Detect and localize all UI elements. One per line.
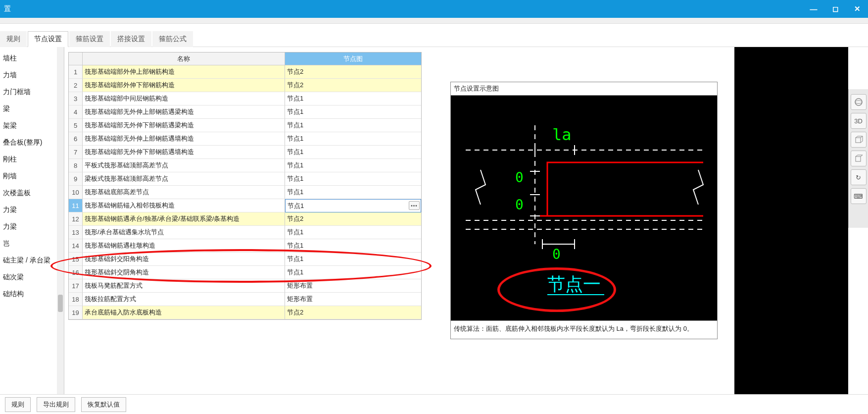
row-index: 18 (69, 293, 83, 306)
row-name[interactable]: 筏形基础端部无外伸上部钢筋遇墙构造 (83, 132, 285, 146)
row-node-value[interactable]: 节点1 (285, 253, 421, 266)
sidebar-item-7[interactable]: 刚墙 (0, 168, 64, 185)
row-node-value[interactable]: 节点1 (285, 159, 421, 172)
row-name[interactable]: 筏形基础端部无外伸下部钢筋遇墙构造 (83, 146, 285, 159)
row-name[interactable]: 筏形基础端部无外伸下部钢筋遇梁构造 (83, 119, 285, 132)
tab-stirrup-settings[interactable]: 箍筋设置 (69, 31, 110, 47)
footer-btn-export[interactable]: 导出规则 (37, 397, 75, 412)
sidebar-item-0[interactable]: 墙柱 (0, 50, 64, 67)
sidebar-item-5[interactable]: 叠合板(整厚) (0, 134, 64, 151)
grid-row-9[interactable]: 9梁板式筏形基础顶部高差节点节点1 (69, 172, 421, 186)
row-node-value[interactable]: 节点2 (285, 212, 421, 226)
row-index: 9 (69, 172, 83, 186)
sidebar-item-11[interactable]: 岂 (0, 235, 64, 252)
row-node-value[interactable]: 矩形布置 (285, 279, 421, 293)
tool-icon-rotate[interactable]: ↻ (851, 169, 867, 185)
row-node-value[interactable]: 节点1 (285, 172, 421, 186)
sidebar-item-8[interactable]: 次楼盖板 (0, 185, 64, 202)
row-name[interactable]: 筏形基础钢筋锚入相邻筏板构造 (83, 199, 285, 212)
row-name[interactable]: 梁板式筏形基础顶部高差节点 (83, 172, 285, 186)
sidebar-item-12[interactable]: 础主梁 / 承台梁 (0, 252, 64, 269)
row-name[interactable]: 筏形基础斜交阳角构造 (83, 253, 285, 266)
row-node-value[interactable]: 节点1 (285, 146, 421, 159)
sidebar-item-3[interactable]: 梁 (0, 101, 64, 117)
grid-row-6[interactable]: 6筏形基础端部无外伸上部钢筋遇墙构造节点1 (69, 132, 421, 146)
tool-icon-cube2[interactable] (851, 151, 867, 166)
close-button[interactable]: ✕ (846, 0, 868, 18)
row-name[interactable]: 筏形基础端部无外伸上部钢筋遇梁构造 (83, 105, 285, 119)
row-name[interactable]: 筏形基础底部高差节点 (83, 186, 285, 199)
grid-row-7[interactable]: 7筏形基础端部无外伸下部钢筋遇墙构造节点1 (69, 146, 421, 159)
row-name[interactable]: 筏形基础端部外伸上部钢筋构造 (83, 65, 285, 79)
grid-row-10[interactable]: 10筏形基础底部高差节点节点1 (69, 186, 421, 199)
grid-row-1[interactable]: 1筏形基础端部外伸上部钢筋构造节点2 (69, 65, 421, 79)
row-node-value[interactable]: 节点1 (285, 239, 421, 253)
sidebar-scroll-thumb[interactable] (58, 295, 63, 312)
row-node-value[interactable]: 节点1 (285, 266, 421, 279)
sidebar-item-2[interactable]: 力门框墙 (0, 84, 64, 101)
row-name[interactable]: 筏形基础端部外伸下部钢筋构造 (83, 79, 285, 92)
sidebar-item-4[interactable]: 架梁 (0, 117, 64, 134)
maximize-button[interactable]: ◻ (824, 0, 846, 18)
grid-row-4[interactable]: 4筏形基础端部无外伸上部钢筋遇梁构造节点1 (69, 105, 421, 119)
tab-rules[interactable]: 规则 (0, 31, 27, 47)
tool-icon-sphere[interactable] (851, 94, 867, 110)
row-name[interactable]: 筏形基础端部中间层钢筋构造 (83, 92, 285, 105)
cell-picker-button[interactable]: ••• (409, 201, 420, 210)
center-panel: 名称 节点图 1筏形基础端部外伸上部钢筋构造节点22筏形基础端部外伸下部钢筋构造… (64, 47, 426, 398)
footer-btn-restore-defaults[interactable]: 恢复默认值 (81, 397, 126, 412)
row-node-value[interactable]: 节点1 (285, 226, 421, 239)
row-node-value[interactable]: 矩形布置 (285, 293, 421, 306)
tool-icon-cube1[interactable] (851, 132, 867, 148)
grid-row-18[interactable]: 18筏板拉筋配置方式矩形布置 (69, 293, 421, 306)
row-node-value[interactable]: 节点2 (285, 306, 421, 319)
row-node-value[interactable]: 节点1 (285, 92, 421, 105)
svg-rect-23 (856, 156, 861, 161)
grid-row-16[interactable]: 16筏形基础斜交阴角构造节点1 (69, 266, 421, 279)
row-name[interactable]: 筏形/承台基础遇集水坑节点 (83, 226, 285, 239)
sidebar-scrollbar[interactable] (57, 47, 64, 398)
row-name[interactable]: 筏板马凳筋配置方式 (83, 279, 285, 293)
grid-row-5[interactable]: 5筏形基础端部无外伸下部钢筋遇梁构造节点1 (69, 119, 421, 132)
grid-row-17[interactable]: 17筏板马凳筋配置方式矩形布置 (69, 279, 421, 293)
row-name[interactable]: 筏板拉筋配置方式 (83, 293, 285, 306)
tab-stirrup-formula[interactable]: 箍筋公式 (152, 31, 193, 47)
row-node-value[interactable]: 节点1 (285, 132, 421, 146)
row-node-value[interactable]: 节点1 (285, 186, 421, 199)
row-name[interactable]: 平板式筏形基础顶部高差节点 (83, 159, 285, 172)
row-index: 17 (69, 279, 83, 293)
row-index: 7 (69, 146, 83, 159)
sidebar-item-10[interactable]: 力梁 (0, 218, 64, 235)
grid-row-14[interactable]: 14筏形基础钢筋遇柱墩构造节点1 (69, 239, 421, 253)
minimize-button[interactable]: — (803, 0, 824, 18)
sidebar-item-1[interactable]: 力墙 (0, 67, 64, 84)
tab-node-settings[interactable]: 节点设置 (28, 31, 68, 47)
row-node-value[interactable]: 节点1 (285, 119, 421, 132)
grid-row-15[interactable]: 15筏形基础斜交阳角构造节点1 (69, 253, 421, 266)
tab-lap-settings[interactable]: 搭接设置 (111, 31, 151, 47)
row-node-value[interactable]: 节点2 (285, 65, 421, 79)
grid-row-11[interactable]: 11筏形基础钢筋锚入相邻筏板构造节点1••• (69, 199, 421, 212)
row-node-value[interactable]: 节点1••• (285, 199, 421, 212)
row-name[interactable]: 承台底筋锚入防水底板构造 (83, 306, 285, 319)
grid-row-8[interactable]: 8平板式筏形基础顶部高差节点节点1 (69, 159, 421, 172)
svg-point-15 (855, 99, 862, 105)
grid-row-12[interactable]: 12筏形基础钢筋遇承台/独基/承台梁/基础联系梁/条基构造节点2 (69, 212, 421, 226)
tool-icon-calc[interactable]: ⌨ (851, 188, 867, 204)
row-name[interactable]: 筏形基础钢筋遇承台/独基/承台梁/基础联系梁/条基构造 (83, 212, 285, 226)
tool-icon-3d[interactable]: 3D (851, 113, 867, 129)
footer-btn-rules[interactable]: 规则 (5, 397, 31, 412)
row-name[interactable]: 筏形基础钢筋遇柱墩构造 (83, 239, 285, 253)
row-node-value[interactable]: 节点1 (285, 105, 421, 119)
row-name[interactable]: 筏形基础斜交阴角构造 (83, 266, 285, 279)
sidebar-item-6[interactable]: 刚柱 (0, 151, 64, 168)
grid-row-13[interactable]: 13筏形/承台基础遇集水坑节点节点1 (69, 226, 421, 239)
sidebar-item-13[interactable]: 础次梁 (0, 269, 64, 286)
grid-row-19[interactable]: 19承台底筋锚入防水底板构造节点2 (69, 306, 421, 319)
grid-row-3[interactable]: 3筏形基础端部中间层钢筋构造节点1 (69, 92, 421, 105)
row-node-value[interactable]: 节点2 (285, 79, 421, 92)
grid-row-2[interactable]: 2筏形基础端部外伸下部钢筋构造节点2 (69, 79, 421, 92)
sidebar-item-9[interactable]: 力梁 (0, 202, 64, 218)
row-index: 15 (69, 253, 83, 266)
sidebar-item-14[interactable]: 础结构 (0, 286, 64, 303)
